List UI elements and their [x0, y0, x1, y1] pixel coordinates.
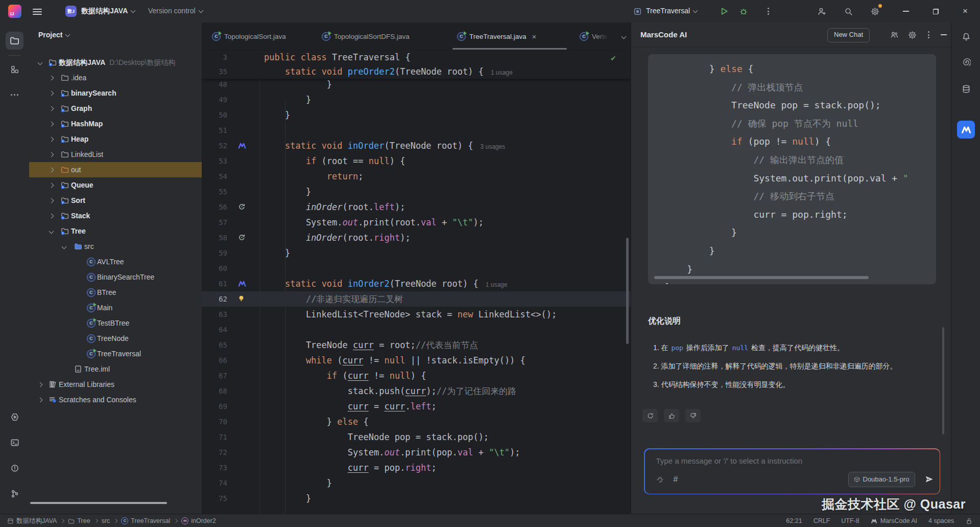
usage-hint[interactable]: 1 usage — [491, 69, 513, 76]
code-block-scrollbar[interactable] — [654, 276, 869, 279]
ai-assistant-icon[interactable] — [957, 53, 975, 71]
new-chat-button[interactable]: New Chat — [827, 28, 870, 42]
rec-gutter-icon[interactable] — [237, 202, 247, 212]
line-separator[interactable]: CRLF — [814, 517, 830, 524]
regenerate-button[interactable] — [642, 409, 658, 422]
line-number[interactable]: 65 — [202, 337, 227, 353]
marscode-status[interactable]: MarsCode AI — [871, 517, 917, 524]
ai-settings-icon[interactable] — [907, 30, 917, 40]
chevron-collapsed-icon[interactable] — [49, 183, 54, 188]
chevron-collapsed-icon[interactable] — [49, 122, 54, 127]
run-config-icon[interactable] — [631, 5, 643, 17]
notifications-bell-icon[interactable] — [957, 28, 975, 45]
cursor-position[interactable]: 62:21 — [786, 517, 802, 524]
bulb-gutter-icon[interactable] — [237, 294, 247, 304]
thumbs-up-button[interactable] — [664, 409, 679, 422]
tree-item-Scratches and Consoles[interactable]: Scratches and Consoles — [29, 392, 202, 407]
line-number[interactable]: 63 — [202, 307, 227, 322]
ai-hide-icon[interactable] — [939, 30, 949, 40]
thumbs-down-button[interactable] — [685, 409, 701, 422]
chevron-expanded-icon[interactable] — [62, 244, 67, 249]
line-number[interactable]: 74 — [202, 475, 227, 491]
tree-item-LinkedList[interactable]: LinkedList — [29, 147, 202, 162]
chevron-collapsed-icon[interactable] — [49, 91, 54, 96]
more-tool-windows-button[interactable] — [6, 86, 23, 104]
breadcrumb-TreeTraversal[interactable]: CTreeTraversal — [121, 517, 170, 524]
breadcrumb-Tree[interactable]: Tree — [68, 517, 90, 524]
restore-button[interactable] — [929, 5, 942, 17]
tree-item-AVLTree[interactable]: CAVLTree — [29, 254, 202, 269]
chevron-expanded-icon[interactable] — [49, 229, 54, 234]
tree-item-Stack[interactable]: Stack — [29, 208, 202, 223]
line-number[interactable]: 59 — [202, 245, 227, 261]
database-tool-icon[interactable] — [957, 80, 975, 98]
line-number[interactable]: 57 — [202, 215, 227, 230]
sticky-line-35[interactable]: 35 static void preOrder2(TreeNode root) … — [202, 64, 631, 79]
tree-item-Graph[interactable]: Graph — [29, 101, 202, 116]
line-number[interactable]: 50 — [202, 107, 227, 123]
ai-share-icon[interactable] — [889, 30, 899, 40]
ai-more-icon[interactable] — [923, 30, 934, 40]
editor-area[interactable]: CTopologicalSort.javaCTopologicalSortDFS… — [202, 22, 631, 514]
project-tool-button[interactable] — [6, 32, 23, 50]
more-actions-button[interactable] — [762, 5, 774, 17]
run-configuration[interactable]: TreeTraversal — [646, 7, 697, 15]
project-panel-title[interactable]: Project — [38, 31, 69, 39]
line-number[interactable]: 68 — [202, 383, 227, 399]
chevron-collapsed-icon[interactable] — [49, 198, 54, 203]
close-tab-icon[interactable]: × — [532, 32, 537, 41]
file-encoding[interactable]: UTF-8 — [841, 517, 859, 524]
run-button[interactable] — [718, 5, 730, 17]
context-hash-icon[interactable]: # — [674, 475, 678, 484]
tree-item-TreeNode[interactable]: CTreeNode — [29, 331, 202, 346]
chevron-collapsed-icon[interactable] — [38, 382, 43, 387]
horizontal-scrollbar[interactable] — [30, 502, 167, 504]
hidden-tabs-chevron-icon[interactable] — [622, 34, 627, 39]
tab-TreeTraversal.java[interactable]: CTreeTraversal.java× — [457, 28, 536, 45]
search-everywhere-button[interactable] — [842, 5, 854, 17]
chevron-collapsed-icon[interactable] — [49, 152, 54, 157]
line-number[interactable]: 75 — [202, 491, 227, 506]
services-tool-button[interactable] — [6, 408, 23, 426]
line-number[interactable]: 61 — [202, 276, 227, 291]
tree-item-Sort[interactable]: Sort — [29, 193, 202, 208]
send-button[interactable] — [925, 475, 934, 484]
tree-item-External Libraries[interactable]: External Libraries — [29, 377, 202, 392]
rec-gutter-icon[interactable] — [237, 233, 247, 242]
tree-item-Main[interactable]: CMain — [29, 300, 202, 315]
breadcrumb-数据结构JAVA[interactable]: 数据结构JAVA — [7, 517, 57, 525]
minimize-button[interactable] — [900, 5, 912, 17]
indent-setting[interactable]: 4 spaces — [928, 517, 954, 524]
line-number[interactable]: 48 — [202, 77, 227, 92]
tree-item-Tree.iml[interactable]: Tree.iml — [29, 361, 202, 377]
tree-item-binarySearch[interactable]: binarySearch — [29, 85, 202, 101]
line-number[interactable]: 55 — [202, 184, 227, 199]
line-number[interactable]: 67 — [202, 368, 227, 383]
close-button[interactable]: × — [959, 5, 971, 17]
chat-input[interactable]: Type a message or '/' to select a instru… — [645, 449, 940, 494]
line-number[interactable]: 49 — [202, 92, 227, 107]
ai-panel-scrollbar[interactable] — [942, 327, 944, 434]
tab-Verte[interactable]: CVerte — [580, 28, 608, 45]
chevron-collapsed-icon[interactable] — [38, 398, 43, 403]
model-selector[interactable]: Doubao-1.5-pro — [848, 472, 915, 487]
line-number[interactable]: 54 — [202, 169, 227, 184]
chevron-collapsed-icon[interactable] — [49, 106, 54, 111]
chevron-collapsed-icon[interactable] — [49, 168, 54, 173]
project-avatar[interactable]: 数J — [65, 6, 77, 17]
tree-item-数据结构JAVA[interactable]: 数据结构JAVAD:\Desktop\数据结构 — [29, 55, 202, 70]
mars-gutter-icon[interactable] — [237, 141, 247, 150]
editor-scrollbar[interactable] — [626, 238, 629, 344]
line-number[interactable]: 66 — [202, 353, 227, 368]
chevron-expanded-icon[interactable] — [38, 60, 43, 65]
mars-gutter-icon[interactable] — [237, 279, 247, 288]
structure-tool-button[interactable] — [6, 60, 23, 78]
tree-item-.idea[interactable]: .idea — [29, 70, 202, 85]
version-control-tool-button[interactable] — [6, 485, 23, 502]
tree-item-Heap[interactable]: Heap — [29, 131, 202, 147]
readonly-lock[interactable] — [965, 517, 973, 525]
line-number[interactable]: 71 — [202, 429, 227, 445]
chevron-collapsed-icon[interactable] — [49, 137, 54, 142]
project-name[interactable]: 数据结构JAVA — [81, 7, 135, 16]
line-number[interactable]: 52 — [202, 138, 227, 153]
